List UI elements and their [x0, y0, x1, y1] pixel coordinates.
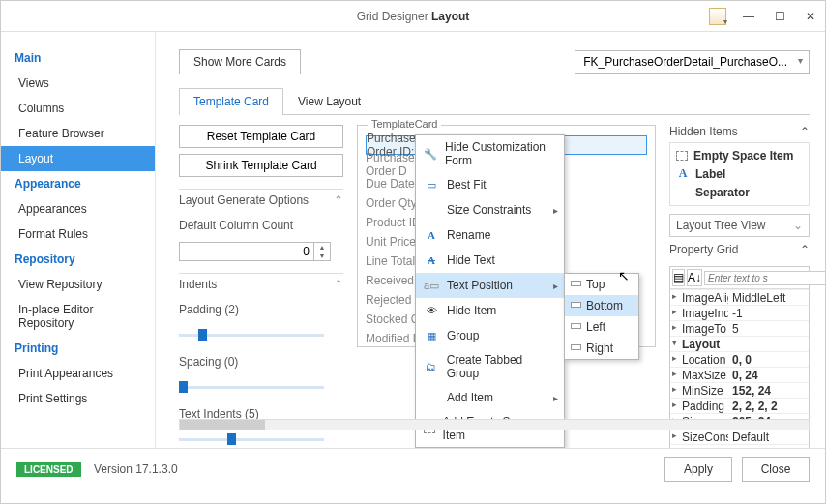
default-col-stepper[interactable]: ▲▼ [179, 242, 343, 261]
property-row[interactable]: Layout [670, 336, 809, 351]
property-value: MiddleLeft [728, 291, 809, 305]
property-row[interactable]: SizeConsDefault [670, 429, 809, 444]
text-indents-slider[interactable] [179, 432, 324, 446]
property-row[interactable]: ImageAligMiddleLeft [670, 289, 809, 305]
nav-layout[interactable]: Layout [1, 146, 155, 171]
reset-template-button[interactable]: Reset Template Card [179, 125, 343, 148]
nav-views[interactable]: Views [1, 71, 155, 96]
shrink-template-button[interactable]: Shrink Template Card [179, 154, 343, 177]
menu-hide-custom-form[interactable]: 🔧Hide Customization Form [416, 135, 564, 172]
property-row[interactable]: Location0, 0 [670, 351, 809, 367]
property-value: -1 [728, 307, 809, 320]
text-position-icon: a▭ [424, 278, 439, 293]
nav-inplace-editor[interactable]: In-place Editor Repository [1, 297, 155, 336]
property-value: 0, 24 [728, 369, 809, 382]
empty-space-icon [676, 151, 688, 161]
menu-label: Hide Text [447, 253, 495, 267]
nav-print-settings[interactable]: Print Settings [1, 386, 155, 411]
property-value: 0, 0 [728, 353, 809, 367]
minimize-button[interactable]: — [740, 8, 757, 25]
close-button[interactable]: ✕ [802, 8, 819, 25]
horizontal-scrollbar[interactable] [179, 419, 810, 430]
property-row[interactable]: Padding2, 2, 2, 2 [670, 398, 809, 413]
spin-up[interactable]: ▲ [314, 243, 330, 252]
section-repository: Repository [1, 247, 155, 272]
pg-categorize-button[interactable]: ▤ [672, 269, 685, 286]
hidden-separator[interactable]: —Separator [674, 183, 805, 201]
menu-group[interactable]: ▦Group [416, 323, 564, 348]
spin-down[interactable]: ▼ [314, 252, 330, 261]
property-value: 152, 24 [728, 384, 809, 398]
generate-options-head[interactable]: Layout Generate Options⌃ [179, 189, 343, 211]
property-row[interactable]: ImageTo5 [670, 320, 809, 336]
nav-print-appearances[interactable]: Print Appearances [1, 361, 155, 386]
default-col-input[interactable] [179, 242, 314, 261]
title-prefix: Grid Designer [357, 10, 431, 23]
submenu-bottom[interactable]: Bottom [565, 295, 638, 316]
tabs: Template Card View Layout [179, 88, 810, 115]
property-value: 2, 2, 2, 2 [728, 400, 809, 413]
apply-button[interactable]: Apply [664, 457, 732, 482]
spacing-slider[interactable] [179, 380, 324, 394]
menu-text-position[interactable]: a▭Text Position Top Bottom Left Right [416, 273, 564, 298]
padding-slider[interactable] [179, 328, 324, 341]
indents-head[interactable]: Indents⌃ [179, 273, 343, 295]
tab-view-layout[interactable]: View Layout [283, 88, 375, 114]
nav-feature-browser[interactable]: Feature Browser [1, 121, 155, 146]
menu-size-constraints[interactable]: Size Constraints [416, 197, 564, 222]
property-name: ImageAlig [670, 291, 728, 305]
menu-label: Hide Item [447, 304, 496, 317]
close-dialog-button[interactable]: Close [742, 457, 810, 482]
menu-rename[interactable]: ARename [416, 222, 564, 248]
tab-template-card[interactable]: Template Card [179, 88, 283, 115]
content-area: Show More Cards FK_PurchaseOrderDetail_P… [156, 32, 825, 448]
binding-combo[interactable]: FK_PurchaseOrderDetail_PurchaseO... [575, 50, 810, 74]
section-main: Main [1, 45, 155, 71]
layout-tree-label: Layout Tree View [676, 219, 766, 232]
version-label: Version 17.1.3.0 [94, 462, 178, 476]
nav-columns[interactable]: Columns [1, 96, 155, 121]
property-row[interactable]: ImageInd-1 [670, 305, 809, 320]
maximize-button[interactable]: ☐ [771, 8, 788, 25]
nav-view-repository[interactable]: View Repository [1, 272, 155, 297]
pg-search-input[interactable] [704, 271, 825, 285]
property-value: Default [728, 430, 809, 444]
show-more-cards-button[interactable]: Show More Cards [179, 49, 301, 74]
menu-create-tabbed[interactable]: 🗂Create Tabbed Group [416, 348, 564, 385]
hidden-empty-space[interactable]: Empty Space Item [674, 147, 805, 164]
chevron-down-icon: ⌄ [793, 219, 803, 232]
menu-hide-text[interactable]: AHide Text [416, 248, 564, 273]
property-grid-head: Property Grid⌃ [669, 243, 810, 260]
property-name: SizeCons [670, 430, 728, 444]
blank-icon [424, 390, 439, 405]
nav-format-rules[interactable]: Format Rules [1, 222, 155, 247]
menu-label: Best Fit [447, 178, 487, 192]
submenu-left[interactable]: Left [565, 316, 638, 338]
group-title: TemplateCard [368, 118, 441, 130]
binding-combo-text: FK_PurchaseOrderDetail_PurchaseO... [583, 55, 787, 69]
nav-appearances[interactable]: Appearances [1, 196, 155, 222]
chevron-up-icon[interactable]: ⌃ [800, 125, 810, 138]
hidden-label[interactable]: ALabel [674, 164, 805, 183]
section-printing: Printing [1, 336, 155, 361]
property-value: 5 [728, 322, 809, 336]
menu-add-item[interactable]: Add Item [416, 385, 564, 410]
property-name: Padding [670, 400, 728, 413]
default-col-label: Default Column Count [179, 219, 343, 232]
menu-label: Add Item [447, 391, 493, 404]
submenu-right[interactable]: Right [565, 338, 638, 359]
submenu-top[interactable]: Top [565, 274, 638, 295]
blank-icon [424, 202, 439, 218]
menu-hide-item[interactable]: 👁Hide Item [416, 298, 564, 323]
property-row[interactable]: MaxSize0, 24 [670, 367, 809, 382]
hide-text-icon: A [424, 252, 439, 268]
property-row[interactable]: MinSize152, 24 [670, 382, 809, 398]
menu-best-fit[interactable]: ▭Best Fit [416, 172, 564, 197]
title-section: Layout [431, 10, 469, 23]
pg-sort-button[interactable]: A↓ [687, 269, 702, 286]
grid-options-icon[interactable]: ▾ [709, 8, 726, 25]
footer: LICENSED Version 17.1.3.0 Apply Close [1, 448, 825, 489]
separator-icon: — [676, 185, 690, 199]
layout-tree-button[interactable]: Layout Tree View⌄ [669, 214, 810, 237]
chevron-up-icon[interactable]: ⌃ [800, 243, 810, 256]
